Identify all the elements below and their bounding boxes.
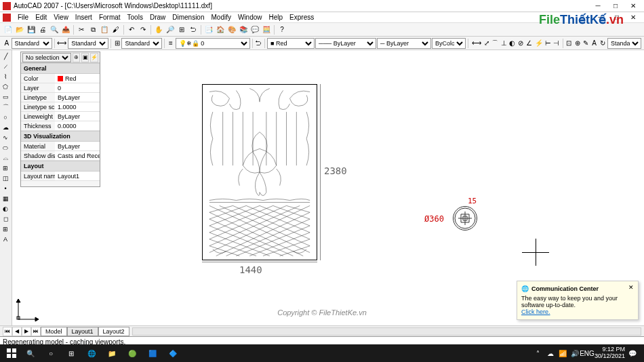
redo-icon[interactable]: ↷	[138, 24, 148, 35]
tray-lang[interactable]: ENG	[582, 348, 592, 358]
match-icon[interactable]: 🖌	[110, 24, 121, 35]
dcenter-icon[interactable]: 🏠	[215, 24, 226, 35]
zoom-win-icon[interactable]: ⊞	[176, 24, 187, 35]
maximize-button[interactable]: □	[607, 1, 624, 11]
task-view-icon[interactable]: ⊞	[61, 345, 81, 361]
markup-icon[interactable]: 💬	[249, 24, 260, 35]
dim-dia-icon[interactable]: ⊘	[517, 38, 525, 49]
dim-tol-icon[interactable]: ⊡	[565, 38, 573, 49]
qselect-icon[interactable]: ⚡	[90, 53, 98, 62]
menu-help[interactable]: Help	[266, 14, 286, 21]
insert-icon[interactable]: ⊞	[1, 163, 10, 173]
doc-restore[interactable]: □	[609, 13, 625, 22]
gradient-icon[interactable]: ◐	[1, 204, 10, 214]
ellipse-icon[interactable]: ⬭	[1, 143, 10, 153]
menu-insert[interactable]: Insert	[73, 14, 95, 21]
help-icon[interactable]: ?	[277, 24, 287, 35]
props-icon[interactable]: 📑	[203, 24, 214, 35]
arc-icon[interactable]: ⌒	[1, 102, 10, 112]
dim-style-icon[interactable]: ⟷	[56, 38, 67, 49]
undo-icon[interactable]: ↶	[126, 24, 137, 35]
prop-value-lineweight[interactable]: ByLayer	[55, 112, 100, 121]
dim-upd-icon[interactable]: ↻	[599, 38, 607, 49]
save-icon[interactable]: 💾	[26, 24, 37, 35]
dim-cont-icon[interactable]: ⊣	[552, 38, 561, 49]
new-icon[interactable]: 📄	[3, 24, 14, 35]
dim-arc-icon[interactable]: ⌒	[491, 38, 499, 49]
table-style-select[interactable]: Standard	[121, 38, 162, 49]
prop-value-layoutname[interactable]: Layout1	[55, 172, 100, 180]
doc-minimize[interactable]: ─	[592, 13, 609, 22]
pline-icon[interactable]: ⌇	[1, 72, 10, 81]
pickadd-icon[interactable]: ⊕	[73, 53, 80, 62]
tab-first[interactable]: ⏮	[3, 327, 12, 336]
xline-icon[interactable]: ⟋	[1, 62, 10, 71]
paste-icon[interactable]: 📋	[99, 24, 110, 35]
layer-select[interactable]: 💡❄🔒 0	[176, 38, 250, 49]
ellipsearc-icon[interactable]: ⌓	[1, 153, 10, 163]
open-icon[interactable]: 📂	[14, 24, 25, 35]
task-search-icon[interactable]: 🔍	[20, 345, 41, 361]
close-button[interactable]: ✕	[625, 1, 641, 11]
tpalette-icon[interactable]: 🎨	[226, 24, 237, 35]
tray-cloud-icon[interactable]: ☁	[546, 348, 555, 358]
text-style-select[interactable]: Standard	[12, 38, 52, 49]
prop-value-shadow[interactable]: Casts and Receives...	[55, 151, 100, 160]
notification-close[interactable]: ✕	[627, 284, 635, 292]
circle-icon[interactable]: ○	[1, 113, 10, 122]
pan-icon[interactable]: ✋	[153, 24, 164, 35]
doc-close[interactable]: ✕	[625, 13, 641, 22]
mtext-icon[interactable]: A	[1, 235, 10, 244]
tab-layout2[interactable]: Layout2	[98, 327, 129, 336]
spline-icon[interactable]: ∿	[1, 133, 10, 142]
revcloud-icon[interactable]: ☁	[1, 123, 10, 132]
prop-value-layer[interactable]: 0	[55, 83, 100, 92]
print-icon[interactable]: 🖨	[37, 24, 48, 35]
layer-prev-icon[interactable]: ⮌	[254, 38, 262, 49]
dim-qck-icon[interactable]: ⚡	[534, 38, 544, 49]
selection-select[interactable]: No selection	[22, 53, 71, 62]
tab-last[interactable]: ⏭	[31, 327, 41, 336]
task-cortana-icon[interactable]: ○	[41, 345, 61, 361]
dim-edit-icon[interactable]: ✎	[582, 38, 590, 49]
taskbar-clock[interactable]: 9:12 PM 30/12/2021	[595, 346, 625, 360]
select-obj-icon[interactable]: ▣	[81, 53, 89, 62]
menu-modify[interactable]: Modify	[209, 14, 234, 21]
tab-next[interactable]: ▶	[22, 327, 31, 336]
tray-vol-icon[interactable]: 🔊	[570, 348, 580, 358]
dim-aligned-icon[interactable]: ⤢	[483, 38, 491, 49]
zoom-prev-icon[interactable]: ⮌	[188, 24, 199, 35]
prop-value-ltscale[interactable]: 1.0000	[55, 102, 100, 111]
table-style-icon[interactable]: ⊞	[113, 38, 121, 49]
lineweight-select[interactable]: ─ ByLayer	[377, 38, 431, 49]
polygon-icon[interactable]: ⬠	[1, 82, 10, 92]
prop-value-material[interactable]: ByLayer	[55, 142, 100, 150]
region-icon[interactable]: ◻	[1, 214, 10, 224]
task-explorer-icon[interactable]: 📁	[102, 345, 122, 361]
dim-cen-icon[interactable]: ⊕	[573, 38, 582, 49]
rect-icon[interactable]: ▭	[1, 92, 10, 102]
task-app2-icon[interactable]: 🔷	[163, 345, 183, 361]
tray-notifications-icon[interactable]: 💬	[628, 348, 637, 358]
hatch-icon[interactable]: ▦	[1, 194, 10, 203]
task-edge-icon[interactable]: 🌐	[81, 345, 102, 361]
menu-file[interactable]: File	[15, 14, 31, 21]
menu-dimension[interactable]: Dimension	[169, 14, 207, 21]
dim-ang-icon[interactable]: ∠	[525, 38, 534, 49]
task-chrome-icon[interactable]: 🟢	[122, 345, 142, 361]
start-button[interactable]	[3, 344, 20, 362]
tab-layout1[interactable]: Layout1	[67, 327, 98, 336]
dim-linear-icon[interactable]: ⟷	[471, 38, 482, 49]
hscroll[interactable]	[132, 327, 641, 336]
block-icon[interactable]: ◫	[1, 174, 10, 183]
qcalc-icon[interactable]: 🧮	[261, 24, 272, 35]
copy-icon[interactable]: ⧉	[87, 24, 98, 35]
tray-net-icon[interactable]: 📶	[558, 348, 567, 358]
dim-base-icon[interactable]: ⊢	[544, 38, 552, 49]
menu-edit[interactable]: Edit	[33, 14, 49, 21]
dim-tedit-icon[interactable]: A	[590, 38, 599, 49]
tab-model[interactable]: Model	[41, 327, 67, 336]
text-style-icon[interactable]: A	[3, 38, 11, 49]
notification-link[interactable]: Click here.	[521, 308, 550, 315]
linetype-select[interactable]: ─── ByLayer	[315, 38, 376, 49]
